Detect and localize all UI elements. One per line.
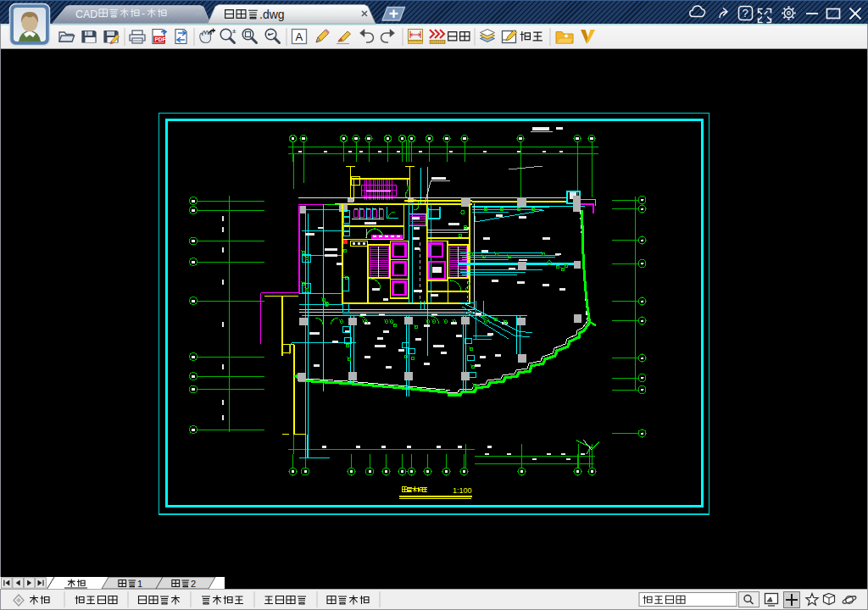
svg-text:?: ? — [743, 7, 748, 19]
svg-text:±: ± — [232, 27, 236, 35]
svg-text:-: - — [142, 8, 145, 19]
svg-text:2: 2 — [191, 579, 196, 589]
svg-text:1:100: 1:100 — [453, 486, 472, 495]
svg-text:CAD: CAD — [75, 8, 97, 20]
svg-text:1: 1 — [137, 579, 142, 589]
svg-text:A: A — [296, 30, 303, 43]
svg-text:PDF: PDF — [155, 36, 166, 42]
svg-text:.dwg: .dwg — [259, 8, 285, 21]
